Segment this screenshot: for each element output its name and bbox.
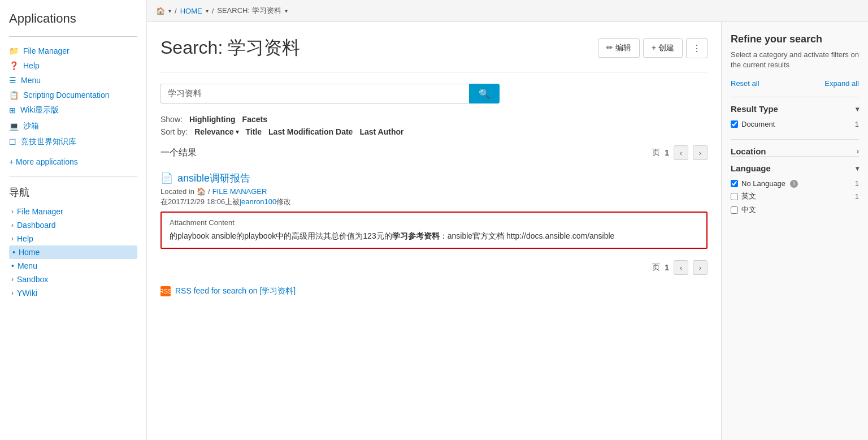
- sandbox-icon: 💻: [9, 122, 19, 131]
- sidebar-sub-dashboard[interactable]: › Dashboard: [9, 218, 137, 232]
- sidebar-item-help[interactable]: ❓ Help: [9, 58, 137, 73]
- chevron-right-icon: ›: [11, 221, 14, 229]
- header-actions: ✏ 编辑 + 创建 ⋮: [598, 38, 708, 58]
- result-meta: 在2017/12/29 18:06上被jeanron100修改: [160, 197, 708, 207]
- search-input[interactable]: [160, 84, 469, 103]
- location-path-link[interactable]: FILE MANAGER: [212, 187, 267, 196]
- results-info: 一个结果 页 1 ‹ ›: [160, 145, 708, 160]
- title-sort[interactable]: Title: [246, 127, 262, 136]
- filter-item-chinese: 中文: [731, 203, 859, 217]
- english-checkbox[interactable]: [731, 193, 738, 200]
- search-bar: 🔍: [160, 84, 500, 103]
- filter-language-header[interactable]: Language ▾: [731, 163, 859, 173]
- breadcrumb-sep1: /: [175, 7, 177, 15]
- page-title: Search: 学习资料: [160, 36, 300, 61]
- location-arrow-icon: ›: [857, 148, 859, 156]
- next-page-button[interactable]: ›: [693, 145, 708, 160]
- attachment-title: Attachment Content: [170, 218, 698, 227]
- sort-arrow-icon: ▾: [236, 128, 239, 136]
- help-icon: ❓: [9, 61, 19, 70]
- page-number: 1: [665, 148, 669, 157]
- filter-result-type-header[interactable]: Result Type ▾: [731, 104, 859, 114]
- results-controls: Show: Highlighting Facets Sort by: Relev…: [160, 115, 708, 136]
- sidebar-item-sandbox[interactable]: 💻 沙箱: [9, 118, 137, 134]
- sidebar-sub-ywiki[interactable]: › YWiki: [9, 286, 137, 300]
- breadcrumb-home-icon[interactable]: 🏠: [156, 7, 165, 15]
- modification-date-sort[interactable]: Last Modification Date: [268, 127, 353, 136]
- folder-icon: 📁: [9, 46, 19, 55]
- attachment-content: 的playbook ansible的playbook中的高级用法其总价值为123…: [170, 230, 698, 242]
- bottom-page-nav-controls: 页 1 ‹ ›: [652, 260, 708, 275]
- filter-item-document: Document 1: [731, 118, 859, 130]
- author-link[interactable]: jeanron100: [240, 197, 276, 206]
- bottom-prev-page-button[interactable]: ‹: [674, 260, 688, 275]
- sidebar-sub-file-manager[interactable]: › File Manager: [9, 205, 137, 218]
- breadcrumb-home-arrow: ▾: [168, 8, 171, 14]
- bullet-icon: •: [12, 248, 15, 257]
- menu-icon: ☰: [9, 76, 16, 85]
- sidebar-sub-help[interactable]: › Help: [9, 232, 137, 245]
- relevance-sort[interactable]: Relevance ▾: [194, 127, 238, 136]
- page-header: Search: 学习资料 ✏ 编辑 + 创建 ⋮: [160, 36, 708, 61]
- main-area: 🏠 ▾ / HOME ▾ / SEARCH: 学习资料 ▾ Search: 学习…: [147, 0, 868, 440]
- breadcrumb-home-link-arrow: ▾: [206, 8, 209, 14]
- facets-link[interactable]: Facets: [242, 115, 267, 124]
- sidebar-item-contest[interactable]: ☐ 竞技世界知识库: [9, 134, 137, 150]
- sidebar-item-scripting[interactable]: 📋 Scripting Documentation: [9, 88, 137, 102]
- bullet-icon: •: [11, 261, 14, 270]
- sidebar-sub-sandbox[interactable]: › Sandbox: [9, 273, 137, 286]
- last-author-sort[interactable]: Last Author: [359, 127, 403, 136]
- location-home-icon: 🏠: [197, 187, 206, 196]
- location-sep: /: [208, 187, 210, 196]
- sidebar-sub-home[interactable]: • Home: [9, 245, 137, 259]
- result-location: Located in 🏠 / FILE MANAGER: [160, 187, 708, 196]
- create-button[interactable]: + 创建: [643, 38, 683, 58]
- show-row: Show: Highlighting Facets: [160, 115, 708, 124]
- rss-link[interactable]: RSS RSS feed for search on [学习资料]: [160, 286, 708, 296]
- chevron-right-icon: ›: [11, 289, 14, 297]
- reset-all-link[interactable]: Reset all: [731, 79, 760, 88]
- filter-section-location[interactable]: Location ›: [731, 139, 859, 156]
- scripting-icon: 📋: [9, 90, 19, 100]
- more-applications-link[interactable]: + More applications: [9, 154, 137, 169]
- bottom-page-label: 页: [652, 262, 660, 273]
- breadcrumb-home-link[interactable]: HOME: [180, 7, 202, 15]
- sort-row: Sort by: Relevance ▾ Title Last Modifica…: [160, 127, 708, 136]
- sidebar: Applications 📁 File Manager ❓ Help ☰ Men…: [0, 0, 147, 440]
- result-title-link[interactable]: 📄 ansible调研报告: [160, 171, 708, 185]
- bottom-next-page-button[interactable]: ›: [693, 260, 708, 275]
- no-language-checkbox[interactable]: [731, 180, 738, 187]
- sort-label: Sort by:: [160, 127, 188, 136]
- breadcrumb-sep2: /: [212, 7, 214, 15]
- prev-page-button[interactable]: ‹: [674, 145, 688, 160]
- result-type-arrow-icon: ▾: [856, 105, 859, 113]
- edit-button[interactable]: ✏ 编辑: [598, 38, 640, 58]
- results-count: 一个结果: [160, 147, 197, 159]
- show-label: Show:: [160, 115, 183, 124]
- more-actions-button[interactable]: ⋮: [686, 38, 708, 58]
- sidebar-item-wiki[interactable]: ⊞ Wiki显示版: [9, 102, 137, 118]
- language-arrow-icon: ▾: [856, 165, 859, 172]
- highlighting-link[interactable]: Highlighting: [189, 115, 236, 124]
- chevron-right-icon: ›: [11, 235, 14, 243]
- filter-section-language: Language ▾ No Language i 1 英文: [731, 156, 859, 217]
- search-button[interactable]: 🔍: [469, 84, 500, 103]
- expand-all-link[interactable]: Expand all: [824, 79, 859, 88]
- content-area: Search: 学习资料 ✏ 编辑 + 创建 ⋮ 🔍 Show: Highlig…: [147, 22, 868, 440]
- refine-subtitle: Select a category and activate filters o…: [731, 50, 859, 70]
- breadcrumb-current: SEARCH: 学习资料: [217, 6, 281, 16]
- chinese-checkbox[interactable]: [731, 206, 738, 214]
- sidebar-item-file-manager[interactable]: 📁 File Manager: [9, 44, 137, 58]
- bottom-page-number: 1: [665, 263, 669, 272]
- page-nav: 页 1 ‹ ›: [652, 145, 708, 160]
- main-panel: Search: 学习资料 ✏ 编辑 + 创建 ⋮ 🔍 Show: Highlig…: [147, 22, 721, 440]
- contest-icon: ☐: [9, 137, 16, 146]
- highlight-text: 学习参考资料: [392, 231, 440, 240]
- document-checkbox[interactable]: [731, 120, 738, 128]
- document-icon: 📄: [160, 172, 173, 184]
- breadcrumb: 🏠 ▾ / HOME ▾ / SEARCH: 学习资料 ▾: [147, 0, 868, 22]
- result-item: 📄 ansible调研报告 Located in 🏠 / FILE MANAGE…: [160, 171, 708, 249]
- sidebar-sub-menu[interactable]: • Menu: [9, 259, 137, 273]
- chevron-right-icon: ›: [11, 275, 14, 283]
- sidebar-item-menu[interactable]: ☰ Menu: [9, 73, 137, 88]
